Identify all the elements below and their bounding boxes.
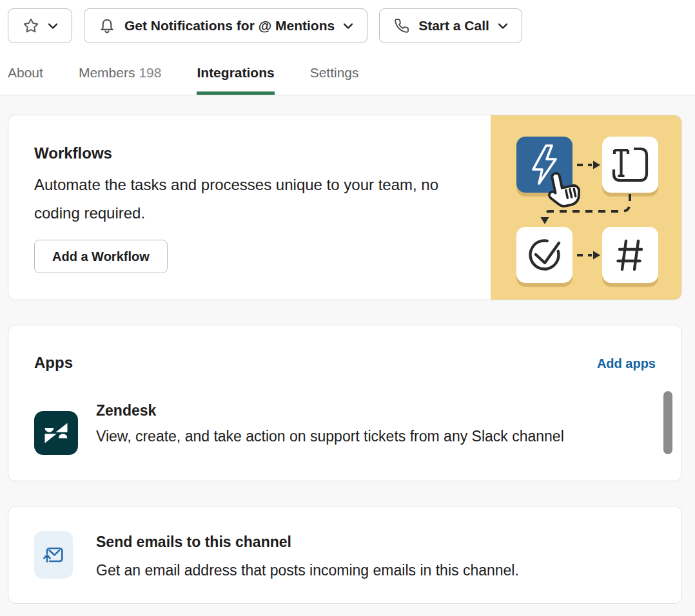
post-text-icon: [602, 137, 658, 193]
star-channel-button[interactable]: [8, 8, 72, 43]
chevron-down-icon: [498, 23, 507, 29]
app-info: Zendesk View, create, and take action on…: [96, 401, 631, 450]
lightning-bolt-icon: [516, 137, 573, 193]
channel-details-panel: Get Notifications for @ Mentions Start a…: [0, 0, 695, 604]
list-item-zendesk[interactable]: Zendesk View, create, and take action on…: [34, 401, 681, 455]
integrations-tab-content: Workflows Automate the tasks and process…: [0, 95, 695, 604]
app-description: View, create, and take action on support…: [96, 423, 631, 450]
incoming-email-icon: [34, 531, 73, 579]
tab-integrations[interactable]: Integrations: [197, 65, 274, 95]
apps-card-header: Apps Add apps: [8, 325, 681, 372]
tab-members[interactable]: Members198: [79, 65, 162, 95]
apps-scrollbar-thumb[interactable]: [663, 391, 672, 454]
hash-icon: [602, 227, 658, 283]
tab-integrations-label: Integrations: [197, 65, 274, 80]
chevron-down-icon: [48, 23, 57, 29]
zendesk-logo: [34, 411, 78, 455]
notifications-button[interactable]: Get Notifications for @ Mentions: [84, 8, 367, 43]
tab-settings[interactable]: Settings: [310, 65, 359, 95]
tab-members-label: Members: [79, 65, 135, 80]
notifications-button-label: Get Notifications for @ Mentions: [124, 18, 335, 34]
workflows-text: Workflows Automate the tasks and process…: [8, 115, 460, 273]
app-name: Zendesk: [96, 401, 631, 420]
phone-icon: [394, 18, 409, 34]
tab-about-label: About: [8, 65, 43, 80]
apps-card: Apps Add apps Zendesk View: [8, 325, 682, 481]
details-tabs: About Members198 Integrations Settings: [0, 43, 695, 95]
email-card-title: Send emails to this channel: [96, 532, 519, 552]
start-call-button-label: Start a Call: [418, 18, 489, 34]
toolbar: Get Notifications for @ Mentions Start a…: [0, 0, 695, 43]
tab-about[interactable]: About: [8, 65, 43, 95]
check-circle-icon: [516, 227, 573, 283]
chevron-down-icon: [344, 23, 353, 29]
star-icon: [23, 17, 39, 34]
apps-list: Zendesk View, create, and take action on…: [8, 401, 681, 463]
start-call-button[interactable]: Start a Call: [379, 8, 522, 43]
tab-members-count: 198: [139, 65, 161, 80]
add-workflow-button[interactable]: Add a Workflow: [34, 240, 168, 273]
workflow-illustration: [491, 115, 681, 300]
workflow-illustration-graphic: [491, 115, 681, 300]
workflows-card: Workflows Automate the tasks and process…: [8, 115, 682, 300]
email-card-info: Send emails to this channel Get an email…: [96, 531, 519, 580]
panel-header: Get Notifications for @ Mentions Start a…: [0, 0, 695, 95]
workflows-title: Workflows: [34, 144, 460, 163]
workflows-description: Automate the tasks and processes unique …: [34, 171, 460, 227]
bell-icon: [99, 17, 115, 34]
tab-settings-label: Settings: [310, 65, 359, 80]
send-emails-card[interactable]: Send emails to this channel Get an email…: [8, 506, 682, 604]
email-card-description: Get an email address that posts incoming…: [96, 561, 519, 580]
add-apps-link[interactable]: Add apps: [597, 356, 656, 371]
apps-title: Apps: [34, 353, 73, 372]
